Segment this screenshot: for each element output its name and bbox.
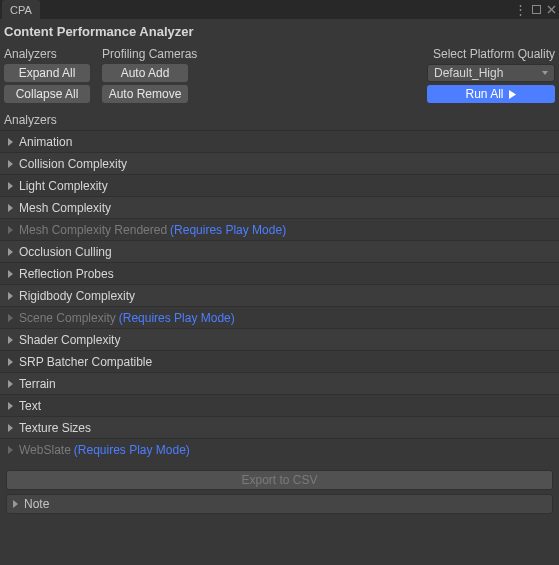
play-icon — [508, 90, 517, 99]
analyzer-label: WebSlate — [19, 443, 71, 457]
auto-remove-button[interactable]: Auto Remove — [102, 85, 188, 103]
analyzer-label: Collision Complexity — [19, 157, 127, 171]
platform-label: Select Platform Quality — [427, 44, 555, 64]
chevron-right-icon — [8, 424, 13, 432]
analyzer-label: Occlusion Culling — [19, 245, 112, 259]
auto-add-button[interactable]: Auto Add — [102, 64, 188, 82]
chevron-right-icon — [8, 204, 13, 212]
chevron-right-icon — [8, 446, 13, 454]
chevron-right-icon — [8, 402, 13, 410]
analyzer-label: Mesh Complexity Rendered — [19, 223, 167, 237]
cameras-column: Profiling Cameras Auto Add Auto Remove — [102, 44, 197, 103]
analyzers-column: Analyzers Expand All Collapse All — [4, 44, 90, 103]
svg-rect-0 — [533, 6, 541, 14]
analyzer-row[interactable]: Terrain — [0, 372, 559, 394]
svg-marker-3 — [509, 90, 516, 99]
chevron-right-icon — [8, 248, 13, 256]
analyzer-row[interactable]: Light Complexity — [0, 174, 559, 196]
analyzer-row[interactable]: Collision Complexity — [0, 152, 559, 174]
analyzer-label: Scene Complexity — [19, 311, 116, 325]
analyzer-label: Rigidbody Complexity — [19, 289, 135, 303]
export-csv-button[interactable]: Export to CSV — [6, 470, 553, 490]
analyzer-row[interactable]: Mesh Complexity — [0, 196, 559, 218]
chevron-right-icon — [13, 500, 18, 508]
analyzer-label: Text — [19, 399, 41, 413]
analyzer-row[interactable]: Texture Sizes — [0, 416, 559, 438]
top-controls: Analyzers Expand All Collapse All Profil… — [0, 44, 559, 107]
platform-quality-selected: Default_High — [434, 66, 503, 80]
cameras-col-label: Profiling Cameras — [102, 44, 197, 64]
analyzer-row[interactable]: Scene Complexity(Requires Play Mode) — [0, 306, 559, 328]
note-foldout[interactable]: Note — [6, 494, 553, 514]
analyzer-label: SRP Batcher Compatible — [19, 355, 152, 369]
analyzer-label: Light Complexity — [19, 179, 108, 193]
run-all-button[interactable]: Run All — [427, 85, 555, 103]
chevron-right-icon — [8, 358, 13, 366]
analyzer-label: Reflection Probes — [19, 267, 114, 281]
menu-icon[interactable]: ⋮ — [514, 2, 527, 17]
analyzer-list: AnimationCollision ComplexityLight Compl… — [0, 130, 559, 460]
analyzer-label: Terrain — [19, 377, 56, 391]
analyzer-row[interactable]: SRP Batcher Compatible — [0, 350, 559, 372]
tab-bar: CPA ⋮ — [0, 0, 559, 19]
chevron-right-icon — [8, 138, 13, 146]
maximize-icon[interactable] — [531, 4, 542, 15]
expand-all-button[interactable]: Expand All — [4, 64, 90, 82]
analyzer-row[interactable]: Rigidbody Complexity — [0, 284, 559, 306]
analyzer-label: Texture Sizes — [19, 421, 91, 435]
chevron-right-icon — [8, 160, 13, 168]
window-controls: ⋮ — [514, 0, 559, 19]
chevron-right-icon — [8, 182, 13, 190]
analyzer-row[interactable]: Text — [0, 394, 559, 416]
analyzer-row[interactable]: Mesh Complexity Rendered(Requires Play M… — [0, 218, 559, 240]
chevron-right-icon — [8, 292, 13, 300]
analyzer-label: Animation — [19, 135, 72, 149]
analyzer-label: Mesh Complexity — [19, 201, 111, 215]
collapse-all-button[interactable]: Collapse All — [4, 85, 90, 103]
analyzer-row[interactable]: Shader Complexity — [0, 328, 559, 350]
chevron-right-icon — [8, 226, 13, 234]
chevron-right-icon — [8, 336, 13, 344]
platform-quality-dropdown[interactable]: Default_High — [427, 64, 555, 82]
analyzer-row[interactable]: Reflection Probes — [0, 262, 559, 284]
requires-play-mode-badge: (Requires Play Mode) — [119, 311, 235, 325]
close-icon[interactable] — [546, 4, 557, 15]
export-csv-label: Export to CSV — [241, 473, 317, 487]
requires-play-mode-badge: (Requires Play Mode) — [74, 443, 190, 457]
analyzers-section-label: Analyzers — [0, 107, 559, 130]
page-title: Content Performance Analyzer — [0, 19, 559, 44]
note-label: Note — [24, 497, 49, 511]
analyzer-row[interactable]: Occlusion Culling — [0, 240, 559, 262]
analyzer-row[interactable]: Animation — [0, 130, 559, 152]
chevron-right-icon — [8, 380, 13, 388]
chevron-right-icon — [8, 270, 13, 278]
analyzers-col-label: Analyzers — [4, 44, 90, 64]
platform-column: Select Platform Quality Default_High Run… — [427, 44, 555, 103]
run-all-label: Run All — [465, 87, 503, 101]
analyzer-label: Shader Complexity — [19, 333, 120, 347]
requires-play-mode-badge: (Requires Play Mode) — [170, 223, 286, 237]
analyzer-row[interactable]: WebSlate(Requires Play Mode) — [0, 438, 559, 460]
tab-label: CPA — [10, 4, 32, 16]
chevron-right-icon — [8, 314, 13, 322]
tab-cpa[interactable]: CPA — [2, 0, 40, 19]
